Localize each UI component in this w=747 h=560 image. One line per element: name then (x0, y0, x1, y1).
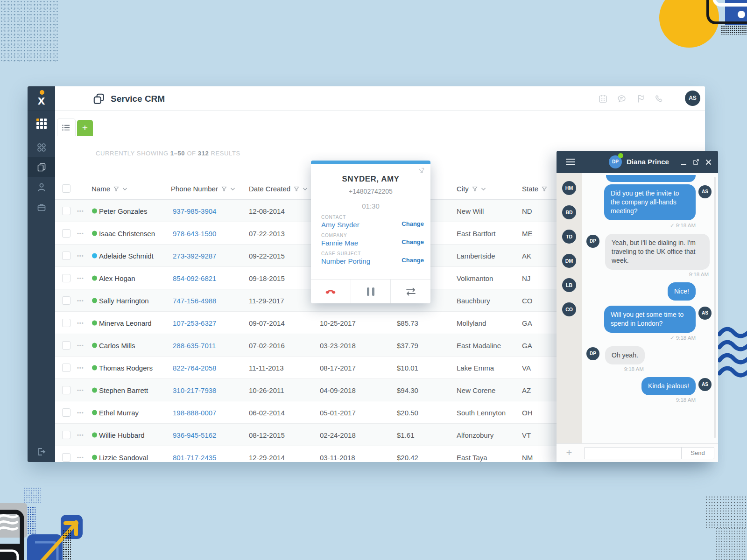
popout-icon[interactable] (417, 167, 425, 175)
messages-icon[interactable] (617, 94, 627, 104)
row-checkbox[interactable] (62, 274, 70, 282)
chevron-down-icon[interactable] (122, 187, 127, 191)
phone-number-link[interactable]: 822-764-2058 (173, 364, 216, 371)
user-avatar[interactable]: AS (685, 91, 700, 106)
phone-number-link[interactable]: 288-635-7011 (173, 341, 216, 349)
sidebar-item-contacts[interactable] (28, 177, 55, 197)
phone-number-link[interactable]: 747-156-4988 (173, 296, 216, 304)
chat-contact-avatar[interactable]: HM (562, 181, 576, 195)
transfer-button[interactable] (390, 280, 430, 303)
row-menu-icon[interactable]: ••• (77, 455, 84, 460)
row-menu-icon[interactable]: ••• (77, 320, 84, 326)
menu-icon[interactable] (566, 159, 575, 167)
row-checkbox[interactable] (62, 296, 70, 305)
row-checkbox[interactable] (62, 386, 70, 394)
contact-name-link[interactable]: Thomas Rodgers (99, 364, 153, 371)
sidebar-item-logout[interactable] (28, 442, 55, 462)
hangup-icon (324, 286, 337, 298)
column-header-city[interactable]: City (457, 178, 486, 200)
contact-name-link[interactable]: Stephen Barrett (99, 386, 148, 394)
row-checkbox[interactable] (62, 431, 70, 439)
chevron-down-icon[interactable] (303, 187, 308, 191)
chat-input[interactable] (585, 448, 681, 459)
row-checkbox[interactable] (62, 408, 70, 417)
row-menu-icon[interactable]: ••• (77, 208, 84, 214)
row-menu-icon[interactable]: ••• (77, 231, 84, 236)
minimize-icon[interactable] (681, 159, 687, 165)
row-checkbox[interactable] (62, 453, 70, 462)
hold-button[interactable] (351, 280, 391, 303)
contact-name-link[interactable]: Adelaide Schmidt (99, 252, 154, 259)
phone-number-link[interactable]: 801-717-2435 (173, 453, 216, 461)
nextiva-logo[interactable]: x (28, 86, 55, 111)
row-menu-icon[interactable]: ••• (77, 432, 84, 438)
send-button[interactable]: Send (681, 448, 714, 459)
select-all-checkbox[interactable] (62, 184, 70, 193)
row-menu-icon[interactable]: ••• (77, 410, 84, 415)
chat-contact-avatar[interactable]: BD (562, 205, 576, 219)
filter-icon[interactable] (221, 186, 227, 192)
close-icon[interactable] (705, 159, 712, 165)
sidebar-item-launcher[interactable] (28, 114, 55, 133)
row-checkbox[interactable] (62, 207, 70, 215)
phone-icon[interactable] (654, 94, 664, 104)
row-menu-icon[interactable]: ••• (77, 387, 84, 393)
chat-contact-avatar[interactable]: DM (562, 254, 576, 268)
change-link[interactable]: Change (402, 238, 424, 245)
tab-add-new[interactable]: + (77, 120, 93, 136)
change-link[interactable]: Change (402, 257, 424, 264)
contact-name-link[interactable]: Minerva Leonard (99, 319, 152, 327)
column-header-date-created[interactable]: Date Created (249, 178, 308, 200)
hangup-button[interactable] (311, 280, 351, 303)
row-checkbox[interactable] (62, 341, 70, 350)
chevron-down-icon[interactable] (230, 187, 235, 191)
column-header-phone[interactable]: Phone Number (171, 178, 235, 200)
filter-icon[interactable] (113, 186, 119, 192)
row-menu-icon[interactable]: ••• (77, 298, 84, 303)
contact-name-link[interactable]: Isaac Christensen (99, 229, 155, 237)
sidebar-item-records[interactable] (28, 157, 55, 177)
contact-name-link[interactable]: Sally Harrington (99, 296, 149, 304)
filter-icon[interactable] (294, 186, 299, 192)
contact-name-link[interactable]: Alex Hogan (99, 274, 135, 282)
phone-number-link[interactable]: 854-092-6821 (173, 274, 216, 282)
phone-number-link[interactable]: 978-643-1590 (173, 229, 216, 237)
filter-icon[interactable] (472, 186, 478, 192)
phone-number-link[interactable]: 107-253-6327 (173, 319, 216, 327)
row-checkbox[interactable] (62, 229, 70, 238)
phone-number-link[interactable]: 310-217-7938 (173, 386, 216, 394)
row-checkbox[interactable] (62, 364, 70, 372)
contact-name-link[interactable]: Peter Gonzales (99, 207, 147, 215)
row-menu-icon[interactable]: ••• (77, 275, 84, 281)
chevron-down-icon[interactable] (481, 187, 486, 191)
chat-contact-avatar[interactable]: LB (562, 278, 576, 292)
column-header-name[interactable]: Name (92, 178, 127, 200)
chat-scrollbar[interactable] (714, 177, 716, 438)
phone-number-link[interactable]: 198-888-0007 (173, 408, 216, 416)
sidebar-item-apps[interactable] (28, 138, 55, 157)
flag-icon[interactable] (636, 94, 646, 104)
contact-name-link[interactable]: Willie Hubbard (99, 431, 145, 439)
attach-plus-icon[interactable]: + (563, 446, 575, 460)
column-header-state[interactable]: State (522, 178, 547, 200)
row-menu-icon[interactable]: ••• (77, 365, 84, 371)
row-checkbox[interactable] (62, 319, 70, 327)
chat-contact-avatar[interactable]: TD (562, 230, 576, 244)
phone-number-link[interactable]: 273-392-9287 (173, 252, 216, 259)
tab-list-view[interactable] (57, 119, 76, 136)
chat-contact-avatar[interactable]: CO (562, 302, 576, 316)
row-menu-icon[interactable]: ••• (77, 253, 84, 259)
filter-icon[interactable] (542, 186, 547, 192)
contact-name-link[interactable]: Ethel Murray (99, 408, 139, 416)
phone-number-link[interactable]: 937-985-3904 (173, 207, 216, 215)
contact-name-link[interactable]: Carlos Mills (99, 341, 135, 349)
sidebar-item-cases[interactable] (28, 197, 55, 217)
row-checkbox[interactable] (62, 252, 70, 260)
popout-icon[interactable] (693, 159, 699, 165)
calendar-icon[interactable] (598, 94, 608, 104)
phone-number-link[interactable]: 936-945-5162 (173, 431, 216, 439)
change-link[interactable]: Change (402, 220, 424, 227)
logout-icon (36, 447, 47, 457)
contact-name-link[interactable]: Lizzie Sandoval (99, 453, 148, 461)
row-menu-icon[interactable]: ••• (77, 343, 84, 348)
